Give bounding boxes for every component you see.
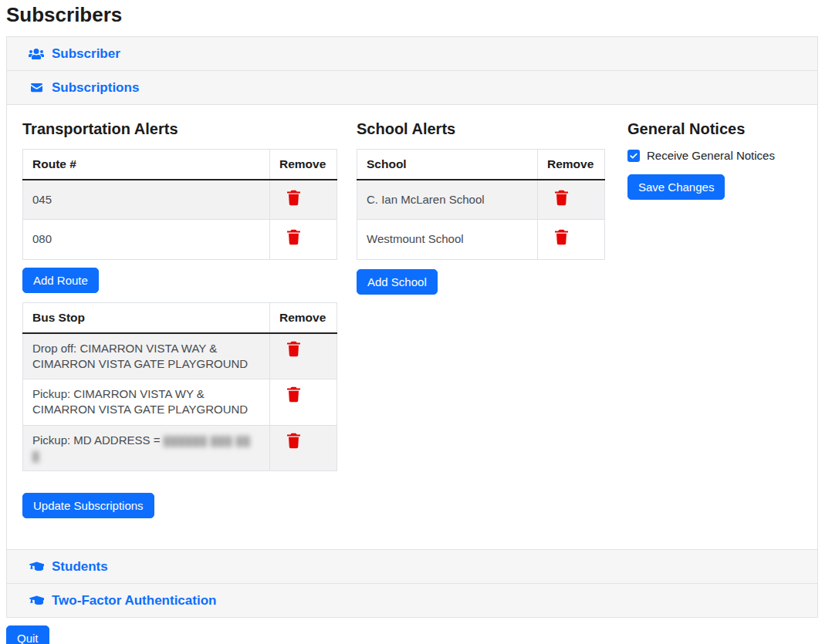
school-name: C. Ian McLaren School [357,180,538,220]
trash-icon[interactable] [287,229,300,245]
receive-general-notices-checkbox-row: Receive General Notices [627,149,802,162]
schools-table-header-row: School Remove [357,150,605,180]
accordion-header-subscriber[interactable]: Subscriber [7,37,817,71]
receive-general-notices-checkbox[interactable] [627,150,640,162]
schools-col-school: School [357,150,538,180]
subscriber-accordion: Subscriber Subscriptions Transportation … [6,36,818,618]
trash-icon[interactable] [287,386,300,403]
bus-stop-text: Pickup: CIMARRON VISTA WY & CIMARRON VIS… [23,379,270,426]
trash-icon[interactable] [555,190,568,206]
graduation-cap-icon [29,595,44,606]
general-notices-section: General Notices Receive General Notices … [627,120,802,518]
route-number: 080 [23,220,270,259]
bus-stops-col-remove: Remove [270,302,337,333]
accordion-label-subscriptions: Subscriptions [52,80,139,96]
routes-table: Route # Remove 045 080 [22,149,337,260]
quit-button[interactable]: Quit [6,625,49,644]
school-alerts-section: School Alerts School Remove C. Ian McLar… [357,120,627,518]
bus-stop-text: Drop off: CIMARRON VISTA WAY & CIMARRON … [23,333,270,379]
graduation-cap-icon [29,561,44,572]
routes-col-route: Route # [23,150,270,180]
route-number: 045 [23,180,270,220]
accordion-header-two-factor[interactable]: Two-Factor Authentication [7,584,817,618]
accordion-header-students[interactable]: Students [7,550,817,584]
bus-stops-table: Bus Stop Remove Drop off: CIMARRON VISTA… [22,302,337,472]
trash-icon[interactable] [287,433,300,449]
routes-col-remove: Remove [270,150,337,180]
add-route-button[interactable]: Add Route [22,268,99,293]
trash-icon[interactable] [287,190,300,206]
trash-icon[interactable] [287,341,300,357]
accordion-label-two-factor: Two-Factor Authentication [52,593,216,609]
bus-stops-table-header-row: Bus Stop Remove [23,302,337,333]
general-notices-heading: General Notices [627,120,802,138]
transportation-alerts-heading: Transportation Alerts [22,120,357,138]
school-name: Westmount School [357,220,538,259]
trash-icon[interactable] [555,229,568,245]
schools-table: School Remove C. Ian McLaren School West… [357,149,605,260]
table-row: 045 [23,180,337,220]
bus-stop-text: Pickup: MD ADDRESS = ██████ ███ ██ █ [23,425,270,471]
accordion-label-students: Students [52,559,108,575]
accordion-label-subscriber: Subscriber [52,46,120,62]
accordion-header-subscriptions[interactable]: Subscriptions [7,71,817,105]
table-row: C. Ian McLaren School [357,180,605,220]
schools-col-remove: Remove [538,150,605,180]
table-row: Pickup: CIMARRON VISTA WY & CIMARRON VIS… [23,379,337,426]
routes-table-header-row: Route # Remove [23,150,337,180]
page-title: Subscribers [6,3,826,27]
transportation-alerts-section: Transportation Alerts Route # Remove 045… [22,120,357,518]
envelope-icon [29,82,44,93]
table-row: Westmount School [357,220,605,259]
save-changes-button[interactable]: Save Changes [627,174,725,200]
bus-stops-col-stop: Bus Stop [23,302,270,333]
users-icon [29,48,44,60]
receive-general-notices-label[interactable]: Receive General Notices [647,149,775,162]
subscriptions-panel: Transportation Alerts Route # Remove 045… [7,105,817,550]
update-subscriptions-button[interactable]: Update Subscriptions [22,493,154,518]
table-row: Drop off: CIMARRON VISTA WAY & CIMARRON … [23,333,337,379]
table-row: Pickup: MD ADDRESS = ██████ ███ ██ █ [23,425,337,471]
add-school-button[interactable]: Add School [357,269,438,295]
table-row: 080 [23,220,337,259]
school-alerts-heading: School Alerts [357,120,627,138]
